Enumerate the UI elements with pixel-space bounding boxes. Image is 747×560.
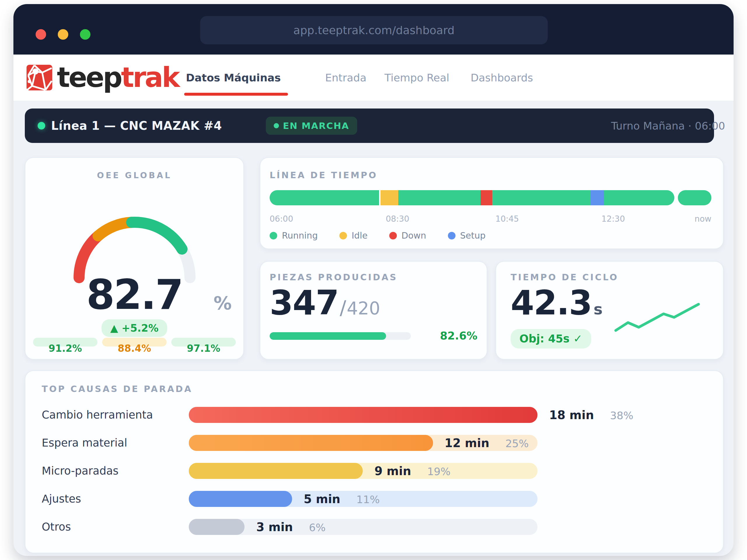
oee-sub-metric-2: 97.1%	[171, 338, 236, 354]
causa-percent: 38%	[610, 409, 633, 422]
nav-tab-dashboards[interactable]: Dashboards	[471, 72, 533, 84]
timeline-segment-idle	[381, 190, 398, 205]
oee-card: OEE GLOBAL 82.7 % ▲ +5.2% 91.2%88.4%97.1…	[25, 157, 244, 359]
legend-label: Down	[402, 231, 426, 241]
causa-row-3: Ajustes5 min11%	[42, 491, 707, 507]
timeline-tick-06:00: 06:00	[269, 214, 293, 224]
timeline-segment-running	[604, 190, 674, 205]
piezas-progress-row: 82.6%	[269, 329, 478, 342]
causa-duration: 12 min	[445, 436, 489, 450]
legend-item-setup: Setup	[448, 231, 486, 241]
maximize-window-icon[interactable]	[80, 29, 91, 40]
nav-tab-tiempo-real[interactable]: Tiempo Real	[385, 72, 449, 84]
timeline-segment-running	[269, 190, 379, 205]
nav-tab-entrada[interactable]: Entrada	[325, 72, 366, 84]
oee-value: 82.7	[86, 271, 182, 319]
piezas-card: PIEZAS PRODUCIDAS 347 / 420 82.6%	[260, 261, 487, 359]
causa-label: Cambio herramienta	[42, 409, 189, 421]
oee-sub-value: 91.2%	[33, 343, 98, 354]
oee-sub-metric-1: 88.4%	[102, 338, 166, 354]
oee-sub-metric-0: 91.2%	[33, 338, 98, 354]
causa-row-2: Micro-paradas9 min19%	[42, 463, 707, 479]
causa-row-1: Espera material12 min25%	[42, 435, 707, 451]
badge-dot-icon	[274, 123, 279, 128]
causas-card: TOP CAUSAS DE PARADA Cambio herramienta1…	[25, 370, 724, 553]
timeline-end-segment	[678, 190, 712, 205]
causa-row-0: Cambio herramienta18 min38%	[42, 407, 707, 423]
timeline-card: LÍNEA DE TIEMPO 06:0008:3010:4512:30now …	[260, 157, 724, 249]
legend-item-running: Running	[269, 231, 318, 241]
piezas-target: 420	[347, 299, 380, 317]
timeline-card-title: LÍNEA DE TIEMPO	[269, 170, 712, 180]
legend-dot-icon	[339, 232, 347, 239]
causa-bar-fill	[189, 463, 363, 479]
timeline-track-group	[269, 190, 674, 205]
browser-window: app.teeptrak.com/dashboard teeptrak Dato…	[14, 4, 733, 556]
timeline-bar	[269, 190, 712, 205]
ciclo-value: 42.3	[511, 286, 592, 320]
machine-status-dot-icon	[37, 122, 45, 130]
url-text: app.teeptrak.com/dashboard	[293, 24, 454, 37]
causa-percent: 19%	[427, 465, 450, 477]
machine-status-bar: Línea 1 — CNC MAZAK #4 EN MARCHA Turno M…	[25, 108, 714, 143]
oee-sub-value: 88.4%	[102, 343, 166, 354]
oee-sub-metrics: 91.2%88.4%97.1%	[33, 338, 236, 354]
ciclo-objective-badge: Obj: 45s ✓	[511, 329, 591, 349]
piezas-values: 347 / 420	[269, 286, 478, 320]
close-window-icon[interactable]	[35, 29, 46, 40]
legend-dot-icon	[389, 232, 397, 239]
machine-title: Línea 1 — CNC MAZAK #4	[51, 119, 222, 132]
oee-delta-badge: ▲ +5.2%	[102, 319, 168, 337]
main-nav: Datos Máquinas Entrada Tiempo Real Dashb…	[186, 55, 533, 101]
causa-duration: 18 min	[549, 408, 594, 422]
legend-label: Idle	[352, 231, 368, 241]
badge-label: EN MARCHA	[283, 121, 349, 131]
brand-logo[interactable]: teeptrak	[26, 64, 179, 91]
causa-percent: 25%	[506, 437, 529, 450]
causa-bar-fill	[189, 407, 538, 423]
causas-card-title: TOP CAUSAS DE PARADA	[42, 384, 707, 394]
timeline-tick-08:30: 08:30	[386, 214, 409, 224]
shift-info: Turno Mañana · 06:00	[611, 120, 725, 132]
browser-chrome: app.teeptrak.com/dashboard	[14, 4, 733, 55]
nav-tab-datos-maquinas[interactable]: Datos Máquinas	[186, 72, 281, 84]
piezas-progress-track	[269, 332, 411, 340]
oee-sub-value: 97.1%	[171, 343, 236, 354]
ciclo-unit: s	[594, 301, 602, 317]
minimize-window-icon[interactable]	[58, 29, 68, 40]
timeline-ticks: 06:0008:3010:4512:30now	[269, 214, 712, 223]
legend-label: Running	[282, 231, 318, 241]
timeline-segment-setup	[591, 190, 604, 205]
piezas-produced: 347	[269, 286, 338, 320]
causa-bar-fill	[189, 491, 292, 507]
piezas-slash: /	[340, 298, 346, 318]
legend-label: Setup	[460, 231, 486, 241]
legend-item-idle: Idle	[339, 231, 368, 241]
causa-value-labels: 9 min19%	[375, 464, 450, 478]
teeptrak-logo-icon	[26, 64, 53, 91]
causa-label: Micro-paradas	[42, 464, 189, 477]
causa-value-labels: 3 min6%	[256, 520, 326, 534]
causa-bar-fill	[189, 435, 433, 451]
timeline-segment-running	[398, 190, 481, 205]
causa-label: Espera material	[42, 437, 189, 449]
causa-bar-area: 12 min25%	[189, 435, 538, 451]
oee-value-row: 82.7 %	[25, 274, 243, 315]
causa-duration: 3 min	[256, 520, 293, 534]
running-status-badge: EN MARCHA	[266, 117, 357, 135]
causa-bar-area: 3 min6%	[189, 519, 538, 535]
causa-duration: 5 min	[304, 492, 340, 506]
piezas-progress-fill	[269, 332, 386, 340]
ciclo-sparkline	[614, 302, 700, 332]
brand-wordmark: teeptrak	[57, 64, 179, 91]
piezas-card-title: PIEZAS PRODUCIDAS	[269, 272, 478, 282]
causas-rows: Cambio herramienta18 min38%Espera materi…	[42, 407, 707, 535]
timeline-tick-12:30: 12:30	[601, 214, 625, 224]
app-header: teeptrak Datos Máquinas Entrada Tiempo R…	[14, 55, 733, 101]
timeline-segment-running	[492, 190, 590, 205]
ciclo-card: TIEMPO DE CICLO 42.3 s Obj: 45s ✓	[495, 261, 724, 359]
url-bar[interactable]: app.teeptrak.com/dashboard	[200, 16, 548, 44]
causa-duration: 9 min	[375, 464, 411, 478]
timeline-tick-10:45: 10:45	[495, 214, 519, 224]
causa-percent: 6%	[309, 522, 326, 533]
